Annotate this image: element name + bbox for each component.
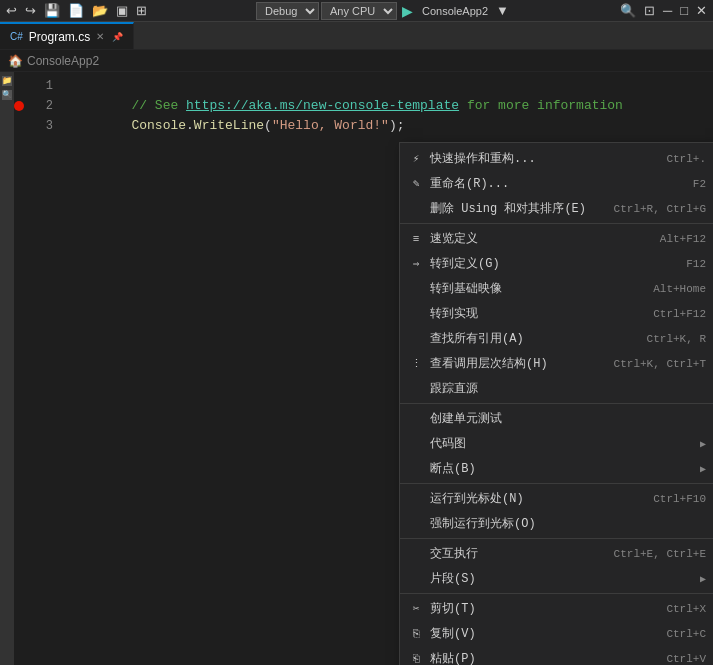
menu-item-interactive[interactable]: 交互执行 Ctrl+E, Ctrl+E [400,541,713,566]
debug-section: Debug Any CPU ▶ ConsoleApp2 ▼ [256,2,511,20]
cut-label: 剪切(T) [430,600,660,617]
quick-actions-shortcut: Ctrl+. [666,153,706,165]
feedback-btn[interactable]: ⊡ [642,3,657,18]
paste-shortcut: Ctrl+V [666,653,706,665]
save-btn[interactable]: 💾 [42,3,62,18]
menu-item-unit-test[interactable]: 创建单元测试 [400,406,713,431]
quick-actions-label: 快速操作和重构... [430,150,660,167]
app-name-label: ConsoleApp2 [418,5,492,17]
toolbar-icon-6[interactable]: ⊞ [134,3,149,18]
close-btn[interactable]: ✕ [694,3,709,18]
title-controls[interactable]: ↩ ↪ 💾 📄 📂 ▣ ⊞ [4,3,149,18]
menu-item-hierarchy[interactable]: ⋮ 查看调用层次结构(H) Ctrl+K, Ctrl+T [400,351,713,376]
breadcrumb-label: ConsoleApp2 [27,54,99,68]
open-btn[interactable]: 📂 [90,3,110,18]
code-method: Console [131,118,186,133]
run-cursor-label: 运行到光标处(N) [430,490,647,507]
sep-4 [400,538,713,539]
code-map-arrow: ▶ [700,438,706,450]
search-icon[interactable]: 🔍 [2,90,12,100]
breakpoint-label: 断点(B) [430,460,690,477]
peek-label: 速览定义 [430,230,654,247]
code-line-1: 1 // See https://aka.ms/new-console-temp… [14,76,713,96]
bp-col-2 [14,96,34,115]
menu-item-cut[interactable]: ✂ 剪切(T) Ctrl+X [400,596,713,621]
breakpoint-arrow: ▶ [700,463,706,475]
tab-label: Program.cs [29,30,90,44]
snippet-arrow: ▶ [700,573,706,585]
peek-icon: ≡ [408,233,424,245]
code-string: "Hello, World!" [272,118,389,133]
menu-item-track-source[interactable]: 跟踪直源 [400,376,713,401]
menu-item-breakpoint[interactable]: 断点(B) ▶ [400,456,713,481]
menu-item-run-cursor[interactable]: 运行到光标处(N) Ctrl+F10 [400,486,713,511]
menu-item-copy[interactable]: ⎘ 复制(V) Ctrl+C [400,621,713,646]
go-def-shortcut: F12 [686,258,706,270]
rename-icon: ✎ [408,177,424,190]
paren-close: ); [389,118,405,133]
copy-shortcut: Ctrl+C [666,628,706,640]
search-global-btn[interactable]: 🔍 [618,3,638,18]
go-base-shortcut: Alt+Home [653,283,706,295]
hierarchy-label: 查看调用层次结构(H) [430,355,608,372]
copy-label: 复制(V) [430,625,660,642]
menu-item-find-refs[interactable]: 查找所有引用(A) Ctrl+K, R [400,326,713,351]
sep-1 [400,223,713,224]
undo-btn[interactable]: ↩ [4,3,19,18]
run-options-btn[interactable]: ▼ [494,3,511,18]
cut-icon: ✂ [408,602,424,615]
tab-program-cs[interactable]: C# Program.cs ✕ 📌 [0,22,134,49]
editor-area: 📁 🔍 1 // See https://aka.ms/new-console-… [0,72,713,665]
copy-icon: ⎘ [408,628,424,640]
explorer-icon[interactable]: 📁 [2,76,12,86]
code-map-label: 代码图 [430,435,690,452]
tab-bar: C# Program.cs ✕ 📌 [0,22,713,50]
breakpoint-icon[interactable] [14,101,24,111]
remove-using-shortcut: Ctrl+R, Ctrl+G [614,203,706,215]
redo-btn[interactable]: ↪ [23,3,38,18]
menu-item-go-def[interactable]: ⇒ 转到定义(G) F12 [400,251,713,276]
unit-test-label: 创建单元测试 [430,410,706,427]
tab-close-btn[interactable]: ✕ [96,31,104,42]
new-file-btn[interactable]: 📄 [66,3,86,18]
menu-item-force-run[interactable]: 强制运行到光标(O) [400,511,713,536]
go-base-label: 转到基础映像 [430,280,647,297]
minimize-btn[interactable]: ─ [661,3,674,18]
dot: . [186,118,194,133]
sep-3 [400,483,713,484]
menu-item-quick-actions[interactable]: ⚡ 快速操作和重构... Ctrl+. [400,146,713,171]
debug-config-dropdown[interactable]: Debug [256,2,319,20]
maximize-btn[interactable]: □ [678,3,690,18]
toolbar-icon-5[interactable]: ▣ [114,3,130,18]
menu-item-go-impl[interactable]: 转到实现 Ctrl+F12 [400,301,713,326]
tab-pin-icon[interactable]: 📌 [112,32,123,42]
sep-5 [400,593,713,594]
go-impl-shortcut: Ctrl+F12 [653,308,706,320]
cut-shortcut: Ctrl+X [666,603,706,615]
hierarchy-shortcut: Ctrl+K, Ctrl+T [614,358,706,370]
find-refs-label: 查找所有引用(A) [430,330,641,347]
code-editor[interactable]: 1 // See https://aka.ms/new-console-temp… [14,72,713,665]
menu-item-paste[interactable]: ⎗ 粘贴(P) Ctrl+V [400,646,713,665]
code-method-name: WriteLine [194,118,264,133]
cpu-dropdown[interactable]: Any CPU [321,2,397,20]
play-button[interactable]: ▶ [399,3,416,19]
paste-label: 粘贴(P) [430,650,660,665]
menu-item-rename[interactable]: ✎ 重命名(R)... F2 [400,171,713,196]
hierarchy-icon: ⋮ [408,357,424,370]
menu-item-remove-using[interactable]: 删除 Using 和对其排序(E) Ctrl+R, Ctrl+G [400,196,713,221]
menu-item-peek-def[interactable]: ≡ 速览定义 Alt+F12 [400,226,713,251]
menu-item-code-map[interactable]: 代码图 ▶ [400,431,713,456]
line-num-1: 1 [34,76,69,96]
peek-shortcut: Alt+F12 [660,233,706,245]
go-def-label: 转到定义(G) [430,255,680,272]
force-run-label: 强制运行到光标(O) [430,515,706,532]
activity-bar: 📁 🔍 [0,72,14,665]
menu-item-snippet[interactable]: 片段(S) ▶ [400,566,713,591]
menu-item-go-base[interactable]: 转到基础映像 Alt+Home [400,276,713,301]
title-bar: ↩ ↪ 💾 📄 📂 ▣ ⊞ Debug Any CPU ▶ ConsoleApp… [0,0,713,22]
context-menu: ⚡ 快速操作和重构... Ctrl+. ✎ 重命名(R)... F2 删除 Us… [399,142,713,665]
breadcrumb-icon: 🏠 [8,54,23,68]
go-impl-label: 转到实现 [430,305,647,322]
code-line-2: 2 Console.WriteLine("Hello, World!"); [14,96,713,116]
